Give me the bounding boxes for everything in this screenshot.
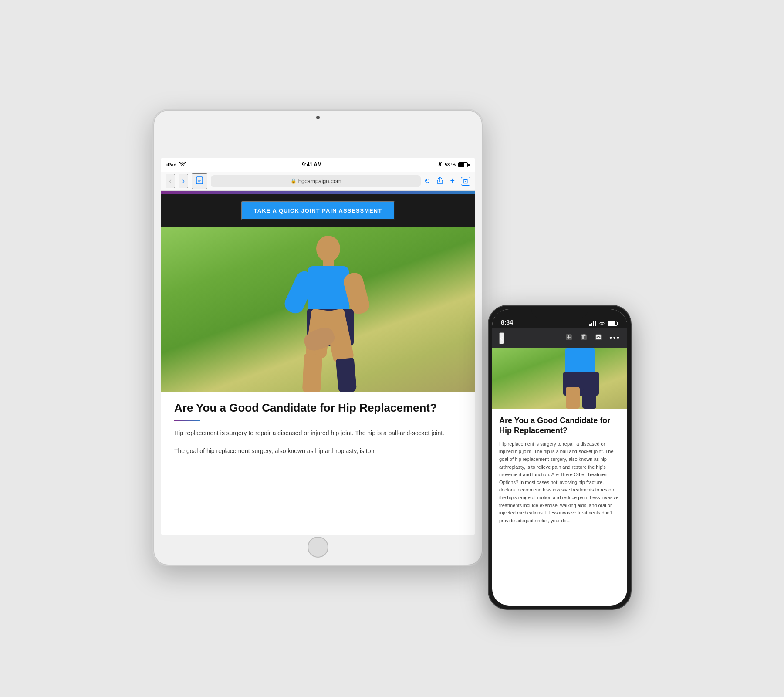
svg-rect-1: [589, 324, 591, 326]
iphone-wifi-icon: [599, 321, 605, 326]
refresh-button[interactable]: ↻: [424, 177, 430, 185]
iphone-download-button[interactable]: [565, 333, 573, 343]
bookmarks-button[interactable]: [192, 173, 207, 189]
ipad-screen: iPad 9:41 AM ✗: [161, 158, 475, 535]
iphone-screen: 8:34: [492, 309, 627, 606]
iphone-article-text: Hip replacement is surgery to repair a d…: [499, 440, 620, 525]
iphone-fig-right-leg: [582, 389, 596, 409]
iphone-nav-bar: ‹: [492, 328, 627, 348]
iphone-action-buttons: •••: [565, 333, 620, 343]
article-content: Are You a Good Candidate for Hip Replace…: [161, 392, 475, 464]
forward-button[interactable]: ›: [179, 174, 188, 188]
article-body-1: Hip replacement is surgery to repair a d…: [174, 428, 462, 438]
iphone-status-icons: [589, 321, 618, 326]
iphone-article-image: [492, 348, 627, 409]
signal-icon: [589, 321, 596, 326]
iphone-article-body: Are You a Good Candidate for Hip Replace…: [492, 409, 627, 531]
ipad-device: iPad 9:41 AM ✗: [152, 109, 483, 566]
figure-head: [316, 236, 340, 262]
iphone-notch: [531, 306, 588, 318]
article-body-2: The goal of hip replacement surgery, als…: [174, 446, 462, 456]
svg-rect-3: [593, 321, 594, 326]
iphone-fig-left-leg: [566, 387, 580, 409]
figure-left-shin: [302, 354, 323, 392]
lock-icon: 🔒: [291, 178, 297, 184]
brand-bar: [161, 191, 475, 194]
scene-container: iPad 9:41 AM ✗: [152, 87, 632, 610]
iphone-battery-icon: [608, 321, 618, 326]
ipad-time: 9:41 AM: [302, 162, 322, 168]
ipad-webpage-content: TAKE A QUICK JOINT PAIN ASSESSMENT: [161, 191, 475, 535]
iphone-delete-button[interactable]: [580, 333, 588, 343]
svg-rect-4: [595, 321, 596, 326]
ipad-label: iPad: [166, 162, 176, 167]
svg-rect-2: [591, 323, 592, 326]
browser-actions: ↻ + ⊡: [424, 176, 470, 186]
title-divider: [174, 420, 200, 421]
battery-icon: [458, 162, 470, 167]
iphone-more-button[interactable]: •••: [609, 334, 620, 343]
iphone-article-title: Are You a Good Candidate for Hip Replace…: [499, 416, 620, 436]
article-image: [161, 227, 475, 392]
iphone-device: 8:34: [488, 305, 632, 610]
person-figure: [273, 236, 386, 392]
iphone-time: 8:34: [501, 319, 513, 326]
battery-text: 58 %: [445, 162, 456, 167]
cta-button[interactable]: TAKE A QUICK JOINT PAIN ASSESSMENT: [241, 201, 395, 220]
iphone-back-button[interactable]: ‹: [499, 332, 504, 344]
ipad-browser-navbar: ‹ › 🔒 hgcampaign.com ↻: [161, 172, 475, 191]
status-left: iPad: [166, 162, 186, 168]
ipad-status-bar: iPad 9:41 AM ✗: [161, 158, 475, 172]
url-text: hgcampaign.com: [298, 178, 341, 184]
iphone-mail-button[interactable]: [595, 333, 602, 343]
iphone-person-figure: [539, 350, 608, 409]
cta-header: TAKE A QUICK JOINT PAIN ASSESSMENT: [161, 194, 475, 227]
add-tab-button[interactable]: +: [450, 176, 455, 186]
ipad-camera: [316, 116, 320, 119]
back-button[interactable]: ‹: [166, 174, 175, 188]
ipad-home-button[interactable]: [308, 537, 328, 558]
article-title: Are You a Good Candidate for Hip Replace…: [174, 401, 462, 415]
bluetooth-icon: ✗: [438, 162, 442, 168]
share-button[interactable]: [436, 176, 444, 186]
wifi-icon: [179, 162, 186, 168]
status-right: ✗ 58 %: [438, 162, 470, 168]
figure-right-shin: [336, 358, 357, 392]
figure-torso: [308, 266, 349, 314]
tabs-button[interactable]: ⊡: [461, 177, 470, 186]
address-bar[interactable]: 🔒 hgcampaign.com: [211, 175, 421, 187]
